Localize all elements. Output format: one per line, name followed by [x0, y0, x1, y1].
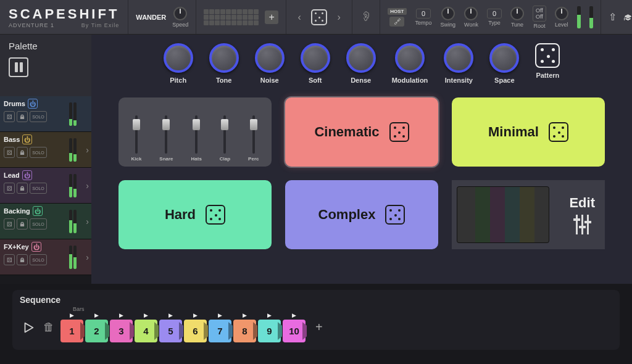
add-step-button[interactable]: +: [315, 320, 323, 334]
sequence-step-9[interactable]: 9: [258, 320, 281, 342]
dice-icon[interactable]: [389, 122, 409, 142]
chevron-right-icon[interactable]: ›: [86, 145, 89, 155]
dice-icon[interactable]: [549, 122, 568, 142]
solo-button[interactable]: SOLO: [30, 147, 47, 158]
power-icon[interactable]: ⏻: [28, 99, 38, 109]
play-button[interactable]: [20, 319, 37, 336]
solo-button[interactable]: SOLO: [30, 254, 47, 265]
palette-header[interactable]: Palette: [0, 35, 91, 96]
step-play-icon[interactable]: ▶: [94, 312, 99, 320]
root-selector[interactable]: OffOff: [533, 6, 546, 22]
step-play-icon[interactable]: ▶: [243, 312, 247, 320]
track-lead[interactable]: Lead⏻ ⚄ 🔒︎ SOLO ›: [0, 168, 91, 204]
pattern-dice-button[interactable]: [535, 43, 560, 68]
tempo-value[interactable]: 0: [416, 9, 431, 19]
next-button[interactable]: ›: [333, 10, 344, 25]
host-badge[interactable]: HOST: [388, 8, 406, 15]
track-lock-icon[interactable]: 🔒︎: [17, 111, 28, 122]
power-icon[interactable]: ⏻: [22, 170, 32, 180]
track-dice-icon[interactable]: ⚄: [4, 183, 15, 194]
tile-minimal[interactable]: Minimal: [452, 97, 605, 167]
track-meter: [69, 246, 72, 269]
tile-edit[interactable]: Edit: [452, 180, 605, 249]
chevron-right-icon[interactable]: ›: [86, 217, 89, 226]
track-lock-icon[interactable]: 🔒︎: [17, 147, 28, 158]
sequence-step-7[interactable]: 7: [209, 320, 231, 342]
track-dice-icon[interactable]: ⚄: [4, 147, 15, 158]
step-play-icon[interactable]: ▶: [218, 312, 222, 320]
power-icon[interactable]: ⏻: [22, 134, 32, 144]
sequence-step-3[interactable]: 3: [110, 320, 133, 342]
solo-button[interactable]: SOLO: [30, 183, 47, 194]
power-icon[interactable]: ⏻: [33, 206, 43, 216]
step-matrix[interactable]: [204, 9, 259, 25]
ear-icon[interactable]: 👂︎: [360, 10, 372, 24]
tune-knob[interactable]: [510, 7, 524, 20]
chevron-right-icon[interactable]: ›: [86, 181, 89, 191]
prev-button[interactable]: ‹: [294, 10, 305, 25]
randomize-button[interactable]: [311, 9, 327, 25]
tile-complex[interactable]: Complex: [285, 180, 438, 249]
dense-knob[interactable]: [346, 43, 376, 73]
pitch-knob[interactable]: [164, 43, 193, 73]
dice-icon[interactable]: [385, 205, 405, 225]
track-bass[interactable]: Bass⏻ ⚄ 🔒︎ SOLO ›: [0, 132, 91, 168]
hats-fader[interactable]: [195, 115, 198, 154]
step-play-icon[interactable]: ▶: [292, 312, 296, 320]
snare-fader[interactable]: [165, 115, 167, 154]
link-icon[interactable]: 🔗︎: [389, 17, 404, 27]
track-lock-icon[interactable]: 🔒︎: [17, 183, 28, 194]
step-play-icon[interactable]: ▶: [267, 312, 272, 320]
step-play-icon[interactable]: ▶: [168, 312, 173, 320]
track-meter: [69, 174, 72, 197]
track-dice-icon[interactable]: ⚄: [4, 218, 15, 230]
export-icon[interactable]: ⇧: [609, 11, 617, 23]
sequence-step-10[interactable]: 10: [283, 320, 306, 342]
tile-cinematic[interactable]: Cinematic: [285, 97, 438, 167]
add-matrix-button[interactable]: +: [265, 10, 278, 24]
sequence-step-8[interactable]: 8: [233, 320, 256, 342]
trash-icon[interactable]: 🗑︎: [43, 321, 54, 334]
sequence-step-5[interactable]: 5: [159, 320, 182, 342]
noise-knob[interactable]: [255, 43, 285, 73]
power-icon[interactable]: ⏻: [31, 242, 41, 252]
level-knob[interactable]: [555, 7, 568, 20]
soft-knob[interactable]: [301, 43, 330, 73]
solo-button[interactable]: SOLO: [30, 218, 47, 230]
mode-button[interactable]: WANDER: [136, 14, 166, 21]
step-play-icon[interactable]: ▶: [193, 312, 198, 320]
learn-icon[interactable]: 🎓︎: [623, 12, 632, 23]
sequence-step-6[interactable]: 6: [184, 320, 207, 342]
drum-faders-tile[interactable]: KickSnareHatsClapPerc: [118, 97, 272, 167]
preset-name[interactable]: ADVENTURE 1: [9, 22, 54, 28]
step-play-icon[interactable]: ▶: [119, 312, 123, 320]
dice-icon[interactable]: [206, 205, 225, 225]
perc-fader[interactable]: [252, 115, 255, 154]
sequence-step-2[interactable]: 2: [85, 320, 108, 342]
speed-knob[interactable]: [173, 7, 187, 20]
tile-hard[interactable]: Hard: [118, 180, 272, 249]
track-backing[interactable]: Backing⏻ ⚄ 🔒︎ SOLO ›: [0, 204, 91, 239]
intensity-knob[interactable]: [444, 43, 473, 73]
step-play-icon[interactable]: ▶: [70, 312, 74, 320]
clap-fader[interactable]: [223, 115, 226, 154]
chevron-right-icon[interactable]: ›: [86, 252, 89, 262]
step-play-icon[interactable]: ▶: [144, 312, 148, 320]
modulation-knob[interactable]: [395, 43, 425, 73]
track-lock-icon[interactable]: 🔒︎: [17, 254, 28, 265]
swing-knob[interactable]: [441, 7, 455, 20]
track-label: Drums: [4, 100, 25, 107]
wonk-knob[interactable]: [464, 7, 478, 20]
sequence-step-1[interactable]: 1: [60, 320, 83, 342]
sequence-step-4[interactable]: 4: [135, 320, 157, 342]
track-dice-icon[interactable]: ⚄: [4, 111, 15, 122]
tone-knob[interactable]: [209, 43, 239, 73]
track-lock-icon[interactable]: 🔒︎: [17, 218, 28, 230]
track-fx+key[interactable]: FX+Key⏻ ⚄ 🔒︎ SOLO ›: [0, 239, 91, 275]
track-dice-icon[interactable]: ⚄: [4, 254, 15, 265]
track-drums[interactable]: Drums⏻ ⚄ 🔒︎ SOLO: [0, 96, 91, 132]
solo-button[interactable]: SOLO: [30, 111, 47, 122]
kick-fader[interactable]: [135, 115, 138, 154]
type-value[interactable]: 0: [487, 9, 502, 19]
space-knob[interactable]: [489, 43, 519, 73]
